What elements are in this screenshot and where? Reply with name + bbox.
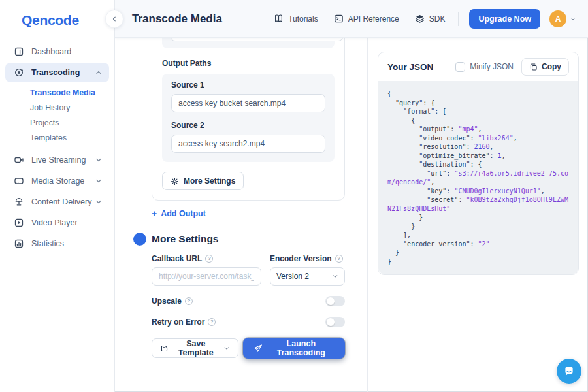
sidebar-item-label: Content Delivery bbox=[31, 197, 95, 206]
sidebar-item-statistics[interactable]: Statistics bbox=[5, 234, 109, 253]
add-output-link[interactable]: + Add Output bbox=[152, 208, 345, 219]
live-streaming-icon bbox=[14, 155, 24, 165]
add-output-label: Add Output bbox=[161, 209, 206, 218]
save-template-label: Save Template bbox=[173, 339, 219, 357]
source-2-label: Source 2 bbox=[171, 121, 325, 130]
sidebar-item-job-history[interactable]: Job History bbox=[0, 101, 114, 116]
encoder-version-label: Encoder Version bbox=[270, 254, 332, 263]
sidebar-item-projects[interactable]: Projects bbox=[0, 116, 114, 131]
retry-on-error-toggle[interactable] bbox=[325, 317, 345, 327]
launch-transcoding-button[interactable]: Launch Transcoding bbox=[243, 338, 345, 359]
copy-icon bbox=[529, 63, 538, 71]
header-right: TutorialsAPI ReferenceSDK Upgrade Now A bbox=[258, 9, 576, 29]
json-panel-title: Your JSON bbox=[387, 62, 433, 72]
terminal-icon bbox=[334, 14, 344, 24]
book-icon bbox=[274, 14, 284, 24]
chevron-down-icon bbox=[95, 198, 103, 206]
copy-json-button[interactable]: Copy bbox=[521, 58, 569, 76]
app-window: Qencode DashboardTranscodingTranscode Me… bbox=[0, 0, 588, 392]
header-link-tutorials[interactable]: Tutorials bbox=[274, 14, 318, 24]
media-storage-icon bbox=[14, 176, 24, 186]
plus-icon: + bbox=[152, 208, 157, 219]
transcode-form: Output Paths Source 1Source 2 More Setti… bbox=[152, 38, 345, 359]
sidebar-item-dashboard[interactable]: Dashboard bbox=[5, 42, 109, 61]
info-icon: ? bbox=[185, 297, 193, 305]
toggle-knob bbox=[327, 297, 335, 305]
toggle-rows: Upscale?Retry on Error? bbox=[152, 296, 345, 327]
statistics-icon bbox=[14, 238, 24, 249]
output-card: Output Paths Source 1Source 2 More Setti… bbox=[152, 12, 345, 201]
source-2-input[interactable] bbox=[171, 135, 325, 153]
chevron-down-icon bbox=[332, 273, 338, 280]
layers-icon bbox=[415, 14, 425, 24]
sidebar-item-templates[interactable]: Templates bbox=[0, 131, 114, 146]
sidebar-item-transcode-media[interactable]: Transcode Media bbox=[0, 86, 114, 101]
output-more-settings-button[interactable]: More Settings bbox=[162, 172, 244, 190]
output-more-settings-label: More Settings bbox=[184, 176, 235, 186]
header-divider bbox=[458, 12, 459, 26]
chevron-down-icon bbox=[223, 345, 230, 351]
video-player-icon bbox=[14, 218, 24, 228]
chevron-down-icon bbox=[570, 16, 576, 22]
more-settings-title: More Settings bbox=[152, 233, 218, 245]
chevron-up-icon bbox=[95, 69, 103, 76]
save-icon bbox=[160, 344, 169, 353]
retry-on-error-row: Retry on Error? bbox=[152, 317, 345, 327]
sidebar-item-transcoding[interactable]: Transcoding bbox=[5, 63, 109, 82]
save-template-button[interactable]: Save Template bbox=[152, 338, 238, 358]
sidebar-item-media-storage[interactable]: Media Storage bbox=[5, 171, 109, 191]
check-circle-icon bbox=[133, 233, 146, 246]
upscale-label: Upscale bbox=[152, 297, 182, 306]
minify-json-checkbox[interactable] bbox=[455, 62, 465, 72]
transcoding-icon bbox=[14, 67, 24, 78]
chevron-down-icon bbox=[95, 177, 103, 185]
gear-icon bbox=[171, 177, 179, 186]
upgrade-now-button[interactable]: Upgrade Now bbox=[469, 9, 540, 29]
sidebar-item-video-player[interactable]: Video Player bbox=[5, 213, 109, 233]
encoder-version-select[interactable]: Version 2 bbox=[270, 267, 345, 286]
launch-transcoding-label: Launch Transcoding bbox=[268, 339, 335, 357]
source-1-label: Source 1 bbox=[171, 80, 325, 90]
sidebar-item-content-delivery[interactable]: Content Delivery bbox=[5, 192, 109, 212]
upscale-row: Upscale? bbox=[152, 296, 345, 306]
sidebar-item-label: Live Streaming bbox=[31, 155, 95, 165]
header-link-sdk[interactable]: SDK bbox=[415, 14, 446, 24]
sidebar-item-live-streaming[interactable]: Live Streaming bbox=[5, 150, 109, 170]
header-links: TutorialsAPI ReferenceSDK bbox=[258, 14, 445, 24]
avatar[interactable]: A bbox=[549, 10, 566, 27]
retry-on-error-label: Retry on Error bbox=[152, 318, 204, 327]
qencode-logo: Qencode bbox=[0, 0, 114, 28]
sidebar: Qencode DashboardTranscodingTranscode Me… bbox=[0, 0, 115, 392]
sidebar-nav: DashboardTranscodingTranscode MediaJob H… bbox=[0, 42, 114, 253]
chevron-left-icon bbox=[111, 16, 118, 22]
callback-url-input[interactable] bbox=[152, 267, 261, 286]
action-buttons-row: Save Template Launch Transcoding bbox=[152, 338, 345, 359]
sidebar-collapse-button[interactable] bbox=[105, 10, 123, 28]
header-link-label: SDK bbox=[429, 14, 446, 24]
upscale-toggle[interactable] bbox=[325, 296, 345, 306]
dashboard-icon bbox=[14, 46, 24, 57]
chat-widget-button[interactable] bbox=[557, 359, 581, 384]
settings-fields-row: Version 2 bbox=[152, 267, 345, 286]
sidebar-item-label: Dashboard bbox=[31, 47, 103, 56]
top-header: Transcode Media TutorialsAPI ReferenceSD… bbox=[115, 0, 588, 38]
info-icon: ? bbox=[208, 318, 216, 326]
sidebar-item-label: Transcoding bbox=[31, 68, 95, 77]
minify-json-control[interactable]: Minify JSON bbox=[455, 62, 514, 72]
source-1-input[interactable] bbox=[171, 94, 325, 112]
header-link-api-reference[interactable]: API Reference bbox=[334, 14, 399, 24]
info-icon: ? bbox=[335, 255, 343, 263]
json-panel-header: Your JSON Minify JSON Copy bbox=[378, 52, 578, 81]
json-code-view[interactable]: { "query": { "format": [ { "output": "mp… bbox=[378, 81, 578, 274]
minify-json-label: Minify JSON bbox=[470, 62, 514, 71]
sidebar-sublist: Transcode MediaJob HistoryProjectsTempla… bbox=[0, 86, 114, 146]
json-panel: Your JSON Minify JSON Copy { "query": { … bbox=[378, 52, 579, 275]
settings-labels-row: Callback URL ? Encoder Version ? bbox=[152, 254, 345, 263]
chevron-down-icon bbox=[95, 156, 103, 164]
sidebar-item-label: Statistics bbox=[31, 239, 103, 248]
callback-url-label: Callback URL bbox=[152, 254, 202, 263]
toggle-knob bbox=[327, 318, 335, 326]
send-icon bbox=[253, 344, 263, 353]
account-menu[interactable]: A bbox=[549, 10, 576, 27]
content-divider bbox=[367, 38, 368, 392]
